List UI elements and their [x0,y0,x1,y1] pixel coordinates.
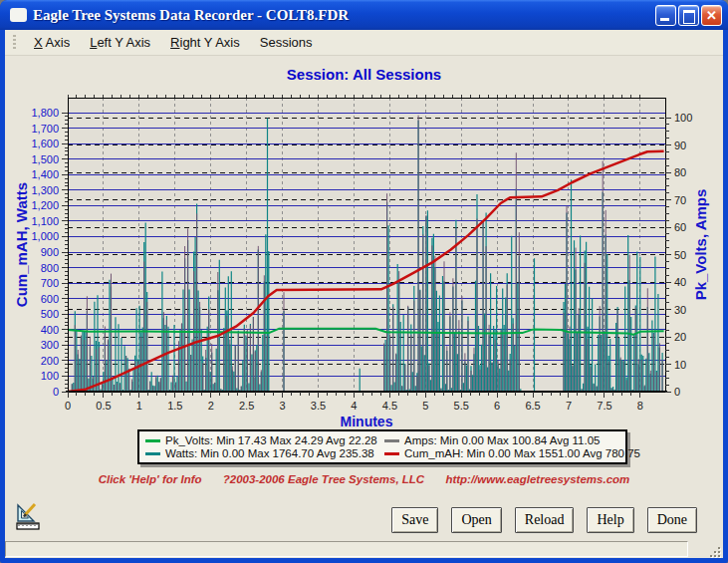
done-button[interactable]: Done [647,507,697,533]
statusbar [5,541,688,557]
svg-text:80: 80 [674,166,686,178]
save-button[interactable]: Save [391,507,438,533]
svg-text:0: 0 [674,386,680,398]
svg-text:Pk_Volts, Amps: Pk_Volts, Amps [692,189,709,301]
svg-text:200: 200 [41,355,59,367]
menu-item-x-axis[interactable]: X Axis [24,32,80,53]
svg-text:1,300: 1,300 [31,184,59,196]
svg-text:50: 50 [674,249,686,261]
svg-text:8: 8 [637,400,643,412]
legend-key-pk-volts [145,439,160,442]
legend-item-amps: Amps: Min 0.00 Max 100.84 Avg 11.05 [384,434,640,446]
svg-text:70: 70 [674,194,686,206]
svg-text:10: 10 [674,359,686,371]
svg-text:3.5: 3.5 [311,400,326,412]
svg-text:0.5: 0.5 [96,400,111,412]
legend-item-watts: Watts: Min 0.00 Max 1764.70 Avg 235.38 [145,447,384,459]
svg-text:5.5: 5.5 [454,400,469,412]
svg-text:Cum_mAH, Watts: Cum_mAH, Watts [13,182,30,307]
svg-text:0: 0 [65,400,71,412]
footer-url[interactable]: http://www.eagletreesystems.com [445,473,629,485]
plot-tools-icon[interactable] [13,502,43,532]
minimize-button[interactable] [655,5,676,26]
window-title: Eagle Tree Systems Data Recorder - COLT8… [33,7,655,24]
svg-text:600: 600 [41,293,59,305]
svg-text:60: 60 [674,221,686,233]
svg-text:3: 3 [280,400,286,412]
svg-text:900: 900 [41,246,59,258]
svg-text:4: 4 [351,400,357,412]
svg-text:1,700: 1,700 [31,123,59,135]
svg-text:2.5: 2.5 [239,400,254,412]
menubar-items: X AxisLeft Y AxisRight Y AxisSessions [24,32,322,53]
toolbar: SaveOpenReloadHelpDone [391,507,697,533]
svg-text:7.5: 7.5 [597,400,611,412]
titlebar[interactable]: Eagle Tree Systems Data Recorder - COLT8… [0,0,728,30]
svg-text:1,200: 1,200 [31,199,59,211]
chart-title: Session: All Sessions [5,66,723,83]
svg-text:1.5: 1.5 [167,400,182,412]
help-button[interactable]: Help [587,507,633,533]
menubar: X AxisLeft Y AxisRight Y AxisSessions [5,30,723,56]
svg-text:20: 20 [674,331,686,343]
svg-text:800: 800 [41,262,59,274]
chart-legend: Pk_Volts: Min 17.43 Max 24.29 Avg 22.28A… [137,429,627,464]
legend-key-watts [145,452,160,455]
svg-text:1,500: 1,500 [31,153,59,165]
menu-item-left-y-axis[interactable]: Left Y Axis [80,32,160,53]
legend-item-pk-volts: Pk_Volts: Min 17.43 Max 24.29 Avg 22.28 [145,434,384,446]
svg-text:1,400: 1,400 [31,168,59,180]
app-icon [10,8,27,22]
reload-button[interactable]: Reload [515,507,575,533]
svg-text:1,100: 1,100 [31,215,59,227]
svg-text:1,000: 1,000 [31,230,59,242]
legend-item-cum-mah: Cum_mAH: Min 0.00 Max 1551.00 Avg 780.75 [384,447,640,459]
legend-key-amps [384,439,399,442]
window-controls [655,5,722,26]
legend-key-cum-mah [384,452,399,455]
menu-item-sessions[interactable]: Sessions [250,32,323,53]
svg-text:1,600: 1,600 [31,138,59,149]
svg-text:1: 1 [136,400,142,412]
svg-text:5: 5 [422,400,428,412]
svg-text:500: 500 [41,308,59,320]
svg-text:7: 7 [566,400,572,412]
svg-text:100: 100 [41,370,59,382]
svg-text:6: 6 [494,400,500,412]
svg-text:30: 30 [674,304,686,316]
svg-text:0: 0 [53,386,59,398]
close-button[interactable] [701,5,722,26]
svg-text:100: 100 [674,112,692,124]
footer-copyright: ?2003-2006 Eagle Tree Systems, LLC [223,473,424,485]
resize-grip[interactable] [708,545,721,558]
svg-text:4.5: 4.5 [382,400,397,412]
svg-text:6.5: 6.5 [525,400,540,412]
svg-text:1,800: 1,800 [31,107,59,119]
svg-text:40: 40 [674,276,686,288]
open-button[interactable]: Open [451,507,501,533]
svg-text:90: 90 [674,140,686,151]
svg-text:2: 2 [208,400,214,412]
menu-item-right-y-axis[interactable]: Right Y Axis [160,32,250,53]
svg-text:Minutes: Minutes [341,414,393,429]
footer-note: Click 'Help' for Info ?2003-2006 Eagle T… [5,473,723,485]
svg-text:300: 300 [41,339,59,351]
svg-text:700: 700 [41,277,59,289]
window-content: X AxisLeft Y AxisRight Y AxisSessions Se… [5,30,723,558]
footer-help-text: Click 'Help' for Info [99,473,202,485]
menu-drag-handle[interactable] [13,35,16,51]
app-window: Eagle Tree Systems Data Recorder - COLT8… [0,0,728,563]
svg-text:400: 400 [41,324,59,336]
chart-plot[interactable]: 01002003004005006007008009001,0001,1001,… [5,90,723,433]
maximize-button[interactable] [678,5,699,26]
